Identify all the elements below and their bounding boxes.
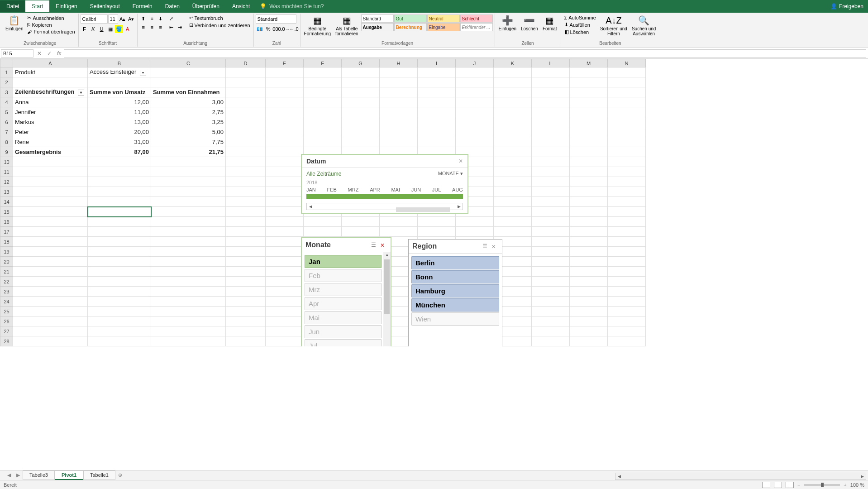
cell-H7[interactable]	[380, 127, 418, 137]
cell-B21[interactable]	[88, 267, 151, 277]
col-header-G[interactable]: G	[342, 59, 380, 67]
cell-A4[interactable]: Anna	[13, 97, 88, 107]
cell-M24[interactable]	[570, 297, 608, 307]
enter-formula-button[interactable]: ✓	[44, 50, 54, 57]
timeline-scroll-right[interactable]: ▶	[455, 204, 463, 209]
cell-A12[interactable]	[13, 177, 88, 187]
cell-A5[interactable]: Jennifer	[13, 107, 88, 117]
cell-D6[interactable]	[226, 117, 266, 127]
row-header-17[interactable]: 17	[0, 227, 13, 237]
cell-L11[interactable]	[532, 167, 570, 177]
cell-A28[interactable]	[13, 336, 88, 346]
cell-N22[interactable]	[608, 277, 646, 287]
style-gut[interactable]: Gut	[394, 14, 427, 23]
slicer-region-item-bonn[interactable]: Bonn	[411, 270, 499, 283]
slicer-scroll-thumb[interactable]	[384, 259, 390, 314]
cell-N18[interactable]	[608, 237, 646, 247]
col-header-K[interactable]: K	[494, 59, 532, 67]
cell-N4[interactable]	[608, 97, 646, 107]
cell-C26[interactable]	[151, 316, 226, 326]
cell-A9[interactable]: Gesamtergebnis	[13, 147, 88, 157]
cell-N13[interactable]	[608, 187, 646, 197]
cell-E12[interactable]	[266, 177, 304, 187]
cell-E2[interactable]	[266, 77, 304, 87]
cell-G8[interactable]	[342, 137, 380, 147]
cell-D15[interactable]	[226, 207, 266, 217]
slicer-monate-item-apr[interactable]: Apr	[305, 297, 382, 310]
cell-E23[interactable]	[266, 287, 304, 297]
cell-A16[interactable]	[13, 217, 88, 227]
col-header-A[interactable]: A	[13, 59, 88, 67]
merge-center-button[interactable]: ⊟Verbinden und zentrieren	[188, 22, 252, 29]
autosum-button[interactable]: ΣAutoSumme	[563, 14, 597, 21]
slicer-region-multiselect-button[interactable]: ☰	[480, 243, 489, 249]
cancel-formula-button[interactable]: ✕	[34, 50, 44, 57]
currency-button[interactable]: 💶	[256, 25, 264, 33]
cell-D16[interactable]	[226, 217, 266, 227]
cell-N23[interactable]	[608, 287, 646, 297]
cell-L10[interactable]	[532, 157, 570, 167]
cell-M21[interactable]	[570, 267, 608, 277]
row-header-7[interactable]: 7	[0, 127, 13, 137]
row-header-26[interactable]: 26	[0, 316, 13, 326]
cell-K12[interactable]	[494, 177, 532, 187]
cell-G6[interactable]	[342, 117, 380, 127]
cell-L9[interactable]	[532, 147, 570, 157]
tab-einfuegen[interactable]: Einfügen	[49, 0, 83, 12]
cell-A13[interactable]	[13, 187, 88, 197]
cell-E4[interactable]	[266, 97, 304, 107]
cell-D23[interactable]	[226, 287, 266, 297]
cell-K13[interactable]	[494, 187, 532, 197]
row-header-4[interactable]: 4	[0, 97, 13, 107]
cell-J6[interactable]	[456, 117, 494, 127]
cell-C22[interactable]	[151, 277, 226, 287]
cell-L3[interactable]	[532, 87, 570, 97]
cell-M26[interactable]	[570, 316, 608, 326]
cell-N28[interactable]	[608, 336, 646, 346]
tab-seitenlayout[interactable]: Seitenlayout	[84, 0, 126, 12]
cell-C4[interactable]: 3,00	[151, 97, 226, 107]
cell-G1[interactable]	[342, 67, 380, 77]
cell-F4[interactable]	[304, 97, 342, 107]
cell-L21[interactable]	[532, 267, 570, 277]
cell-A8[interactable]: Rene	[13, 137, 88, 147]
cell-A27[interactable]	[13, 326, 88, 336]
cell-D18[interactable]	[226, 237, 266, 247]
cell-K11[interactable]	[494, 167, 532, 177]
cell-M22[interactable]	[570, 277, 608, 287]
row-header-6[interactable]: 6	[0, 117, 13, 127]
cell-L23[interactable]	[532, 287, 570, 297]
cell-M14[interactable]	[570, 197, 608, 207]
cell-E18[interactable]	[266, 237, 304, 247]
cell-L1[interactable]	[532, 67, 570, 77]
number-format-select[interactable]: Standard	[256, 14, 296, 24]
cell-D19[interactable]	[226, 247, 266, 257]
cell-N25[interactable]	[608, 307, 646, 316]
tab-daten[interactable]: Daten	[159, 0, 186, 12]
style-eingabe[interactable]: Eingabe	[427, 23, 460, 31]
cell-A17[interactable]	[13, 227, 88, 237]
cell-M23[interactable]	[570, 287, 608, 297]
cell-B15[interactable]	[88, 207, 151, 217]
slicer-monate-item-mrz[interactable]: Mrz	[305, 283, 382, 296]
col-header-E[interactable]: E	[266, 59, 304, 67]
cell-K5[interactable]	[494, 107, 532, 117]
row-header-16[interactable]: 16	[0, 217, 13, 227]
cell-L13[interactable]	[532, 187, 570, 197]
cell-C15[interactable]	[151, 207, 226, 217]
format-cells-button[interactable]: ▦Format	[541, 14, 559, 32]
cell-D9[interactable]	[226, 147, 266, 157]
cell-L20[interactable]	[532, 257, 570, 267]
cell-D17[interactable]	[226, 227, 266, 237]
formula-bar[interactable]	[64, 49, 866, 58]
cell-E11[interactable]	[266, 167, 304, 177]
cell-D28[interactable]	[226, 336, 266, 346]
align-left-button[interactable]: ≡	[139, 23, 148, 31]
cell-I8[interactable]	[418, 137, 456, 147]
cell-M13[interactable]	[570, 187, 608, 197]
cell-A11[interactable]	[13, 167, 88, 177]
cell-H4[interactable]	[380, 97, 418, 107]
cell-E24[interactable]	[266, 297, 304, 307]
col-header-L[interactable]: L	[532, 59, 570, 67]
cell-L16[interactable]	[532, 217, 570, 227]
